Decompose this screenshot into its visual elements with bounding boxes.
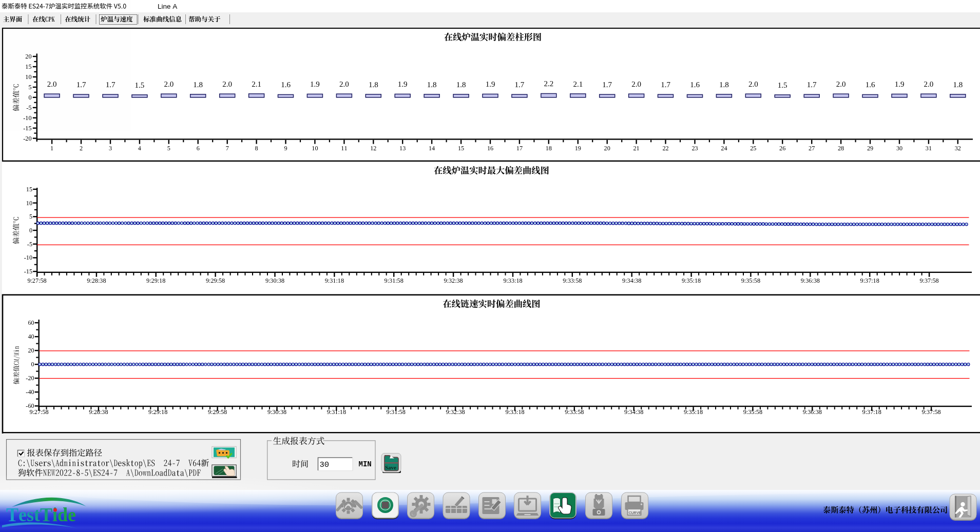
svg-text:2.0: 2.0 (222, 80, 232, 88)
svg-text:30: 30 (320, 460, 330, 469)
svg-text:9:30:38: 9:30:38 (267, 408, 286, 416)
svg-text:29: 29 (867, 145, 873, 152)
svg-text:27: 27 (809, 145, 815, 152)
svg-text:1.6: 1.6 (690, 81, 700, 89)
svg-text:9:33:18: 9:33:18 (505, 408, 524, 416)
svg-text:-10: -10 (24, 254, 32, 261)
svg-text:31: 31 (926, 145, 932, 152)
svg-text:9:35:18: 9:35:18 (684, 408, 703, 416)
svg-text:9:32:38: 9:32:38 (446, 408, 465, 416)
svg-text:9: 9 (284, 145, 287, 152)
svg-text:0: 0 (29, 227, 32, 234)
svg-text:-40: -40 (26, 388, 34, 396)
svg-text:5: 5 (29, 213, 32, 220)
svg-text:25: 25 (750, 145, 756, 152)
svg-text:9:31:18: 9:31:18 (325, 277, 344, 284)
svg-text:9:29:18: 9:29:18 (148, 408, 167, 416)
svg-text:4: 4 (138, 145, 141, 152)
svg-text:9:34:38: 9:34:38 (622, 277, 641, 284)
svg-text:24: 24 (721, 145, 727, 152)
svg-text:2.0: 2.0 (631, 80, 641, 88)
svg-text:2.1: 2.1 (573, 80, 583, 88)
svg-text:-10: -10 (23, 114, 31, 122)
svg-text:13: 13 (399, 145, 406, 152)
svg-text:9:37:58: 9:37:58 (921, 408, 940, 416)
svg-text:2.0: 2.0 (164, 80, 174, 88)
svg-text:1.7: 1.7 (661, 81, 670, 89)
svg-text:9:29:58: 9:29:58 (206, 277, 225, 284)
svg-text:2.1: 2.1 (252, 80, 261, 88)
svg-text:23: 23 (691, 145, 698, 152)
svg-text:1.7: 1.7 (515, 81, 525, 89)
svg-text:1.9: 1.9 (895, 80, 905, 88)
svg-text:1.8: 1.8 (369, 81, 378, 89)
svg-text:-20: -20 (23, 135, 31, 142)
svg-text:9:32:38: 9:32:38 (444, 277, 463, 284)
svg-text:CURVE: CURVE (629, 511, 642, 515)
svg-text:TestTide: TestTide (6, 504, 76, 525)
svg-text:9:31:58: 9:31:58 (385, 277, 403, 284)
svg-text:6: 6 (197, 145, 200, 152)
svg-text:0: 0 (28, 94, 31, 101)
svg-text:9:37:58: 9:37:58 (919, 277, 938, 284)
svg-text:1.7: 1.7 (602, 81, 612, 89)
svg-text:2.2: 2.2 (544, 80, 553, 88)
svg-text:15: 15 (25, 63, 31, 70)
svg-text:2.0: 2.0 (836, 80, 846, 88)
svg-text:19: 19 (575, 145, 581, 152)
svg-text:9:33:58: 9:33:58 (563, 277, 582, 284)
svg-text:1.8: 1.8 (193, 81, 203, 89)
svg-text:9:30:38: 9:30:38 (265, 277, 284, 284)
svg-text:10: 10 (25, 73, 31, 81)
svg-text:18: 18 (546, 145, 552, 152)
svg-text:11: 11 (341, 145, 347, 152)
svg-text:9:29:18: 9:29:18 (146, 277, 165, 284)
svg-text:2: 2 (80, 145, 83, 152)
svg-text:1.9: 1.9 (398, 80, 408, 88)
svg-text:30: 30 (896, 145, 902, 152)
svg-text:9:27:58: 9:27:58 (27, 277, 46, 284)
svg-text:MIN: MIN (359, 460, 372, 468)
svg-text:1.7: 1.7 (106, 81, 116, 89)
svg-text:1: 1 (50, 145, 53, 152)
svg-text:21: 21 (633, 145, 640, 152)
svg-text:-15: -15 (23, 125, 31, 132)
svg-text:9:33:18: 9:33:18 (503, 277, 522, 284)
svg-text:9:31:18: 9:31:18 (327, 408, 346, 416)
svg-text:1.8: 1.8 (719, 81, 729, 89)
svg-text:-5: -5 (26, 104, 31, 111)
svg-text:20: 20 (25, 53, 31, 60)
svg-text:1.9: 1.9 (310, 80, 320, 88)
svg-text:26: 26 (779, 145, 785, 152)
svg-text:3: 3 (109, 145, 112, 152)
svg-text:9:28:38: 9:28:38 (89, 408, 108, 416)
svg-text:20: 20 (604, 145, 610, 152)
svg-text:9:27:58: 9:27:58 (29, 408, 48, 416)
svg-text:1.7: 1.7 (76, 81, 86, 89)
svg-text:1.6: 1.6 (866, 81, 875, 89)
svg-text:5: 5 (28, 84, 31, 91)
svg-text:-5: -5 (27, 241, 32, 248)
svg-text:9:37:18: 9:37:18 (862, 408, 881, 416)
svg-text:40: 40 (28, 333, 34, 340)
svg-text:2.0: 2.0 (748, 80, 758, 88)
svg-text:9:29:58: 9:29:58 (208, 408, 227, 416)
svg-text:1.5: 1.5 (778, 81, 787, 89)
svg-text:28: 28 (838, 145, 844, 152)
svg-text:9:36:38: 9:36:38 (803, 408, 822, 416)
svg-text:17: 17 (516, 145, 523, 152)
svg-text:10: 10 (312, 145, 318, 152)
svg-text:14: 14 (429, 145, 435, 152)
svg-text:16: 16 (487, 145, 493, 152)
svg-text:9:35:58: 9:35:58 (741, 277, 760, 284)
svg-text:1.8: 1.8 (953, 81, 963, 89)
svg-text:9:33:58: 9:33:58 (565, 408, 584, 416)
svg-text:5: 5 (167, 145, 170, 152)
svg-text:7: 7 (226, 145, 229, 152)
svg-text:0: 0 (31, 361, 34, 368)
svg-text:2.0: 2.0 (924, 80, 934, 88)
svg-text:60: 60 (28, 319, 34, 326)
svg-text:1.8: 1.8 (456, 81, 466, 89)
svg-text:2.0: 2.0 (47, 80, 57, 88)
svg-text:-15: -15 (24, 268, 32, 275)
